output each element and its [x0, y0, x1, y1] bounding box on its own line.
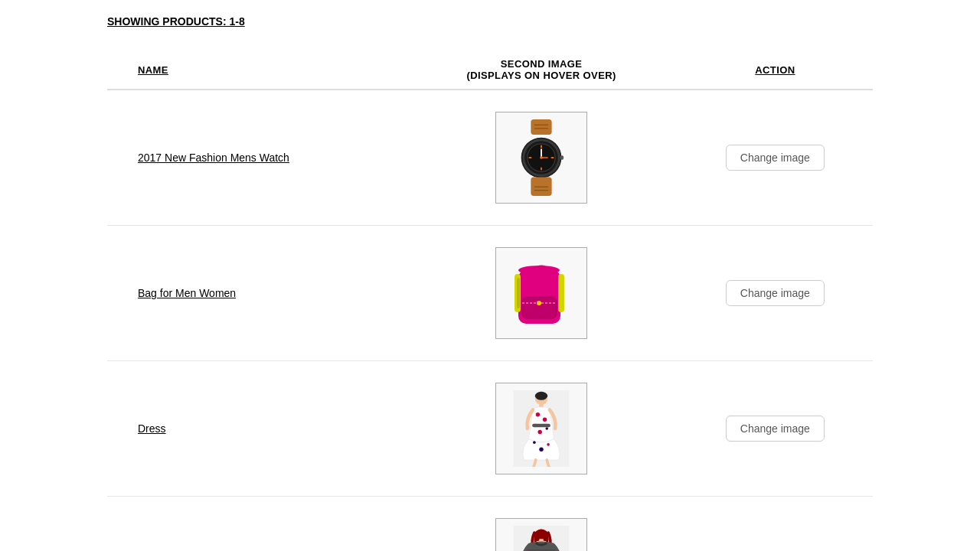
change-image-button[interactable]: Change image: [726, 280, 825, 306]
product-image-container: [420, 518, 662, 551]
product-image-box: [495, 247, 587, 339]
products-table: NAME SECOND IMAGE(DISPLAYS ON HOVER OVER…: [107, 51, 873, 551]
svg-rect-13: [560, 155, 564, 159]
svg-rect-18: [522, 297, 557, 318]
svg-rect-21: [558, 274, 564, 312]
svg-point-33: [538, 430, 542, 434]
svg-rect-0: [531, 119, 551, 135]
product-name-link[interactable]: Dress: [138, 422, 166, 435]
product-name-cell: Long Sleeve Pullover: [107, 497, 405, 552]
product-name-link[interactable]: Bag for Men Women: [138, 287, 236, 299]
product-image-box: [495, 383, 587, 474]
svg-point-12: [540, 156, 543, 159]
svg-point-32: [546, 427, 549, 430]
pullover-icon: [511, 526, 572, 551]
product-name-cell: Bag for Men Women: [107, 226, 405, 361]
change-image-button[interactable]: Change image: [726, 145, 825, 171]
product-image-container: [420, 383, 662, 474]
watch-icon: [507, 119, 576, 196]
svg-point-35: [547, 443, 550, 446]
product-name-cell: Dress: [107, 361, 405, 497]
table-row: 2017 New Fashion Mens Watch: [107, 90, 873, 226]
svg-rect-22: [517, 278, 520, 308]
svg-point-24: [537, 301, 541, 305]
product-action-cell: Change image: [678, 226, 873, 361]
svg-point-34: [533, 441, 536, 444]
table-row: Dress: [107, 361, 873, 497]
dress-icon: [511, 390, 572, 467]
svg-point-30: [543, 417, 547, 421]
product-image-container: [420, 112, 662, 204]
product-image-box: [495, 112, 587, 204]
table-row: Bag for Men Women: [107, 226, 873, 361]
product-image-cell: [405, 226, 677, 361]
product-action-cell: Change image: [678, 361, 873, 497]
product-image-box: [495, 518, 587, 551]
svg-point-29: [536, 412, 540, 416]
product-action-cell: Change image: [678, 90, 873, 226]
svg-point-27: [535, 392, 547, 400]
col-header-action: ACTION: [678, 51, 873, 90]
product-name-link[interactable]: 2017 New Fashion Mens Watch: [138, 152, 289, 164]
svg-point-23: [518, 266, 560, 275]
change-image-button[interactable]: Change image: [726, 416, 825, 442]
col-header-second-image: SECOND IMAGE(DISPLAYS ON HOVER OVER): [405, 51, 677, 90]
product-image-container: [420, 247, 662, 339]
col-header-name: NAME: [107, 51, 405, 90]
product-image-cell: [405, 497, 677, 552]
product-action-cell: Change image: [678, 497, 873, 552]
table-row: Long Sleeve Pullover: [107, 497, 873, 552]
page-wrapper: SHOWING PRODUCTS: 1-8 NAME SECOND IMAGE(…: [77, 0, 903, 551]
product-image-cell: [405, 361, 677, 497]
svg-rect-37: [532, 424, 550, 428]
backpack-icon: [511, 255, 572, 331]
product-name-cell: 2017 New Fashion Mens Watch: [107, 90, 405, 226]
product-image-cell: [405, 90, 677, 226]
showing-products-label: SHOWING PRODUCTS: 1-8: [107, 15, 873, 28]
svg-point-36: [539, 448, 543, 452]
